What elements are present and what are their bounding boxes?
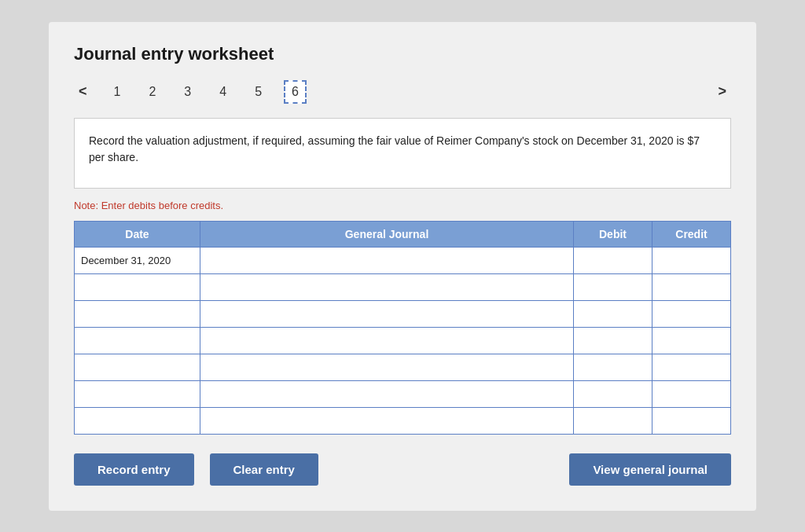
table-row: December 31, 2020 — [75, 247, 731, 273]
page-1[interactable]: 1 — [108, 82, 127, 102]
cell-date-4 — [75, 354, 200, 380]
cell-journal-5[interactable] — [200, 380, 574, 407]
cell-debit-2[interactable] — [574, 300, 652, 327]
cell-credit-1[interactable] — [652, 273, 731, 300]
cell-debit-6[interactable] — [574, 407, 652, 434]
input-debit-3[interactable] — [580, 335, 645, 347]
journal-worksheet-card: Journal entry worksheet < 1 2 3 4 5 6 > … — [49, 22, 756, 511]
cell-journal-2[interactable] — [200, 300, 574, 327]
input-journal-3[interactable] — [207, 335, 567, 347]
prev-page-button[interactable]: < — [74, 82, 92, 101]
input-debit-4[interactable] — [580, 361, 645, 373]
cell-credit-0[interactable] — [652, 247, 731, 273]
page-6[interactable]: 6 — [284, 80, 307, 104]
input-credit-2[interactable] — [659, 308, 724, 320]
input-debit-5[interactable] — [580, 388, 645, 400]
input-credit-3[interactable] — [659, 335, 724, 347]
cell-credit-4[interactable] — [652, 354, 731, 380]
cell-debit-0[interactable] — [574, 247, 652, 273]
cell-date-2 — [75, 300, 200, 327]
col-header-general-journal: General Journal — [200, 221, 574, 247]
input-credit-5[interactable] — [659, 388, 724, 400]
table-row — [75, 380, 731, 407]
description-text: Record the valuation adjustment, if requ… — [89, 134, 700, 163]
cell-credit-5[interactable] — [652, 380, 731, 407]
cell-date-5 — [75, 380, 200, 407]
page-3[interactable]: 3 — [178, 82, 197, 102]
input-credit-0[interactable] — [659, 255, 724, 266]
cell-debit-5[interactable] — [574, 380, 652, 407]
cell-debit-4[interactable] — [574, 354, 652, 380]
page-title: Journal entry worksheet — [74, 44, 731, 64]
cell-journal-0[interactable] — [200, 247, 574, 273]
journal-table: Date General Journal Debit Credit Decemb… — [74, 221, 731, 435]
cell-date-3 — [75, 327, 200, 354]
cell-journal-3[interactable] — [200, 327, 574, 354]
input-credit-4[interactable] — [659, 361, 724, 373]
cell-credit-3[interactable] — [652, 327, 731, 354]
table-row — [75, 407, 731, 434]
input-debit-2[interactable] — [580, 308, 645, 320]
input-credit-6[interactable] — [659, 415, 724, 427]
cell-debit-1[interactable] — [574, 273, 652, 300]
cell-date-1 — [75, 273, 200, 300]
page-2[interactable]: 2 — [142, 82, 162, 102]
next-page-button[interactable]: > — [713, 82, 731, 101]
col-header-credit: Credit — [652, 221, 731, 247]
table-row — [75, 273, 731, 300]
table-row — [75, 327, 731, 354]
cell-date-6 — [75, 407, 200, 434]
col-header-date: Date — [75, 221, 200, 247]
input-journal-0[interactable] — [207, 255, 567, 266]
page-4[interactable]: 4 — [213, 82, 233, 102]
cell-credit-2[interactable] — [652, 300, 731, 327]
input-debit-1[interactable] — [580, 281, 645, 293]
table-row — [75, 300, 731, 327]
description-box: Record the valuation adjustment, if requ… — [74, 118, 731, 189]
input-journal-6[interactable] — [207, 415, 567, 427]
note-text: Note: Enter debits before credits. — [74, 200, 731, 211]
pagination: < 1 2 3 4 5 6 > — [74, 80, 731, 104]
cell-journal-6[interactable] — [200, 407, 574, 434]
input-credit-1[interactable] — [659, 281, 724, 293]
col-header-debit: Debit — [574, 221, 652, 247]
input-debit-0[interactable] — [580, 255, 645, 266]
input-journal-5[interactable] — [207, 388, 567, 400]
input-debit-6[interactable] — [580, 415, 645, 427]
cell-date-0: December 31, 2020 — [75, 247, 200, 273]
input-journal-4[interactable] — [207, 361, 567, 373]
cell-credit-6[interactable] — [652, 407, 731, 434]
record-entry-button[interactable]: Record entry — [74, 453, 194, 486]
page-5[interactable]: 5 — [248, 82, 268, 102]
input-journal-2[interactable] — [207, 308, 567, 320]
button-row: Record entry Clear entry View general jo… — [74, 453, 731, 486]
cell-journal-1[interactable] — [200, 273, 574, 300]
view-general-journal-button[interactable]: View general journal — [569, 453, 731, 486]
clear-entry-button[interactable]: Clear entry — [210, 453, 318, 486]
cell-debit-3[interactable] — [574, 327, 652, 354]
input-journal-1[interactable] — [207, 281, 567, 293]
cell-journal-4[interactable] — [200, 354, 574, 380]
table-row — [75, 354, 731, 380]
